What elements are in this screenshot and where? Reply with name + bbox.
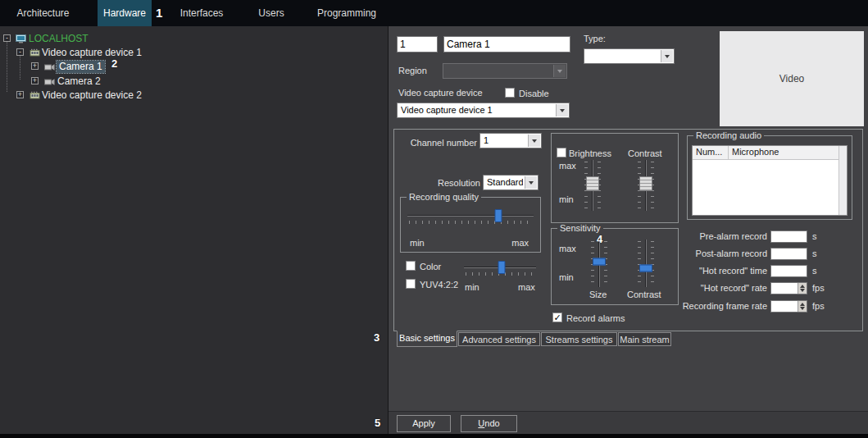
chevron-down-icon[interactable] — [661, 50, 673, 62]
yuv-label: YUV4:2:2 — [420, 280, 458, 290]
annotation-4: 4 — [597, 233, 602, 245]
region-label: Region — [398, 66, 427, 75]
tree-item-localhost[interactable]: - LOCALHOST — [0, 33, 388, 45]
record-alarms-label: Record alarms — [566, 313, 625, 323]
tab-advanced-settings[interactable]: Advanced settings — [458, 332, 540, 346]
video-capture-device-dropdown[interactable]: Video capture device 1 — [397, 103, 570, 118]
brightness-slider[interactable] — [584, 160, 601, 211]
color-checkbox[interactable] — [406, 261, 416, 271]
tab-streams-settings[interactable]: Streams settings — [541, 332, 617, 346]
hot-record-time-label: "Hot record" time — [603, 266, 767, 276]
apply-button[interactable]: Apply — [397, 415, 451, 432]
tree-item-label: Video capture device 2 — [42, 89, 142, 102]
yuv-checkbox[interactable] — [406, 279, 416, 289]
chevron-down-icon[interactable] — [525, 176, 537, 189]
camera-id-field[interactable] — [397, 36, 438, 52]
tab-main-stream[interactable]: Main stream — [618, 332, 671, 346]
annotation-5: 5 — [375, 417, 380, 429]
type-label: Type: — [584, 34, 606, 43]
record-alarms-checkbox[interactable]: ✓ — [552, 313, 562, 322]
undo-button[interactable]: Undo — [461, 415, 517, 432]
recording-audio-title: Recording audio — [693, 130, 764, 140]
tab-interfaces[interactable]: Interfaces — [172, 0, 231, 26]
tree-item-camera-2[interactable]: + Camera 2 — [0, 75, 388, 88]
sensitivity-contrast-slider[interactable] — [638, 240, 654, 287]
recording-quality-slider[interactable] — [407, 209, 534, 226]
tab-hardware[interactable]: Hardware — [98, 0, 152, 26]
post-alarm-record-input[interactable] — [770, 248, 807, 260]
color-slider[interactable] — [464, 261, 536, 277]
camera-2-expander[interactable]: + — [31, 77, 39, 84]
check-icon: ✓ — [553, 313, 561, 322]
hot-record-rate-input[interactable] — [770, 282, 807, 294]
capture-device-icon — [30, 48, 40, 60]
slider-ticks — [409, 221, 532, 224]
hot-record-rate-unit: fps — [812, 283, 825, 293]
recording-frame-rate-input[interactable] — [770, 300, 807, 313]
annotation-1: 1 — [156, 6, 162, 20]
tree-item-label-selected: Camera 1 — [57, 61, 105, 73]
hot-record-time-input[interactable] — [770, 265, 807, 277]
device-2-expander[interactable]: + — [16, 91, 24, 98]
tree-item-label: Video capture device 1 — [42, 47, 142, 59]
brightness-checkbox[interactable] — [557, 148, 566, 157]
computer-icon — [16, 34, 26, 46]
app-window: Architecture Hardware Interfaces Users P… — [0, 0, 868, 438]
region-dropdown[interactable] — [443, 63, 567, 79]
table-scrollbar[interactable] — [838, 146, 847, 215]
slider-thumb[interactable] — [586, 176, 599, 191]
slider-thumb[interactable] — [593, 258, 606, 265]
pre-alarm-record-input[interactable] — [770, 230, 807, 243]
resolution-value: Standard — [487, 176, 523, 189]
recording-quality-groupbox: Recording quality min max — [400, 197, 541, 253]
slider-thumb[interactable] — [498, 261, 505, 274]
top-nav: Architecture Hardware Interfaces Users P… — [0, 0, 868, 26]
tree-item-label: Camera 2 — [57, 75, 101, 88]
slider-thumb[interactable] — [494, 209, 502, 222]
min-label: min — [410, 238, 425, 248]
disable-checkbox[interactable] — [505, 88, 515, 98]
recording-frame-rate-unit: fps — [812, 301, 825, 311]
device-1-expander[interactable]: - — [16, 48, 24, 56]
channel-number-dropdown[interactable]: 1 — [479, 133, 542, 148]
max-label: max — [559, 244, 576, 253]
tree-item-label: LOCALHOST — [29, 33, 89, 45]
tab-basic-settings[interactable]: Basic settings — [397, 331, 457, 347]
resolution-dropdown[interactable]: Standard — [483, 175, 539, 190]
tab-architecture[interactable]: Architecture — [8, 0, 78, 26]
spinner-arrows-icon[interactable] — [798, 283, 807, 294]
video-capture-device-value: Video capture device 1 — [401, 103, 554, 117]
camera-name-field[interactable] — [443, 36, 570, 52]
localhost-expander[interactable]: - — [3, 34, 11, 42]
post-alarm-record-unit: s — [812, 249, 817, 258]
camera-icon — [44, 62, 55, 74]
chevron-down-icon[interactable] — [528, 135, 540, 147]
tab-users[interactable]: Users — [249, 0, 293, 26]
color-max-label: max — [518, 282, 535, 292]
spinner-arrows-icon[interactable] — [798, 301, 807, 312]
bottom-edge — [0, 434, 868, 438]
slider-thumb[interactable] — [639, 176, 652, 191]
camera-1-expander[interactable]: + — [31, 62, 39, 70]
contrast-slider[interactable] — [638, 160, 654, 211]
chevron-down-icon — [553, 65, 566, 77]
tree-item-video-capture-device-2[interactable]: + Video capture device 2 — [0, 89, 388, 102]
video-preview: Video — [720, 31, 864, 126]
device-tree-panel: - LOCALHOST - Video capture device 1 + C… — [0, 26, 389, 434]
brightness-label: Brightness — [569, 148, 611, 158]
type-dropdown[interactable] — [584, 48, 675, 64]
recording-audio-table[interactable]: Num... Microphone — [692, 145, 848, 216]
tree-item-camera-1[interactable]: + Camera 1 — [0, 61, 388, 73]
sensitivity-size-slider[interactable] — [591, 240, 607, 287]
chevron-down-icon[interactable] — [556, 104, 568, 116]
pre-alarm-record-unit: s — [812, 231, 817, 241]
channel-number-value: 1 — [484, 134, 526, 148]
tab-programming[interactable]: Programming — [314, 0, 379, 26]
camera-icon — [44, 77, 55, 89]
channel-number-label: Channel number — [405, 138, 477, 148]
min-label: min — [559, 272, 574, 282]
post-alarm-record-label: Post-alarm record — [603, 249, 767, 258]
column-header-microphone: Microphone — [729, 146, 847, 159]
max-label: max — [511, 238, 529, 248]
tree-item-video-capture-device-1[interactable]: - Video capture device 1 — [0, 47, 388, 59]
